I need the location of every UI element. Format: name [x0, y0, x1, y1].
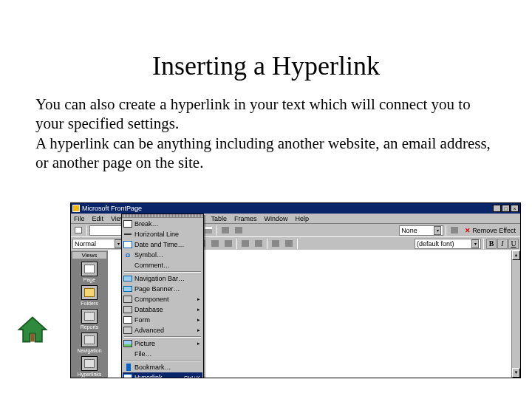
underline-button[interactable]: U: [508, 239, 519, 249]
italic-button[interactable]: I: [497, 239, 508, 249]
submenu-arrow-icon: ▸: [197, 317, 200, 323]
form-icon: [123, 316, 132, 324]
shortcut-label: Ctrl+K: [184, 375, 200, 379]
database-icon: [123, 305, 132, 314]
sidebar-item-label: Reports: [81, 324, 99, 330]
bookmark-icon: [123, 363, 132, 372]
minimize-button[interactable]: _: [493, 205, 501, 212]
picture-icon: [123, 339, 132, 348]
tool-button[interactable]: [209, 238, 221, 249]
style-combo[interactable]: Normal ▾: [72, 239, 124, 249]
menu-file[interactable]: File: [72, 215, 86, 222]
menu-item-component[interactable]: Component▸: [123, 294, 202, 304]
insert-menu-popup: Break… Horizontal Line Date and Time… ΩS…: [121, 214, 204, 378]
close-button[interactable]: ×: [511, 205, 519, 212]
svg-rect-1: [30, 334, 35, 342]
tool-button[interactable]: [283, 238, 295, 249]
menu-help[interactable]: Help: [293, 215, 310, 222]
menu-separator: [124, 336, 201, 338]
vertical-scrollbar[interactable]: [511, 250, 520, 378]
tool-button[interactable]: [239, 238, 251, 249]
chevron-down-icon[interactable]: ▾: [434, 226, 441, 235]
tool-button[interactable]: [253, 238, 265, 249]
sidebar-item-label: Page: [83, 277, 95, 282]
component-icon: [123, 295, 132, 304]
sidebar-item-label: Folders: [81, 301, 98, 306]
titlebar: Microsoft FrontPage _ □ ×: [71, 203, 520, 214]
maximize-button[interactable]: □: [502, 205, 510, 212]
folder-icon: [81, 285, 98, 300]
page-icon: [81, 262, 98, 276]
menu-item-database[interactable]: Database▸: [123, 304, 202, 315]
new-page-button[interactable]: [72, 225, 84, 236]
bold-button[interactable]: B: [486, 239, 497, 249]
sidebar-item-hyperlinks[interactable]: Hyperlinks: [75, 356, 104, 377]
slide-title: Inserting a Hyperlink: [0, 50, 532, 81]
menu-item-form[interactable]: Form▸: [123, 315, 202, 325]
chevron-down-icon[interactable]: ▾: [471, 239, 479, 248]
menu-item-file[interactable]: File…: [123, 349, 202, 359]
menu-table[interactable]: Table: [209, 215, 228, 222]
tool-button[interactable]: [219, 225, 231, 236]
tool-button[interactable]: [270, 238, 282, 249]
submenu-arrow-icon: ▸: [197, 327, 200, 333]
font-value: (default font): [417, 240, 454, 248]
app-icon: [72, 205, 80, 212]
app-title: Microsoft FrontPage: [82, 205, 142, 212]
navbar-icon: [123, 274, 132, 283]
menu-separator: [124, 271, 201, 273]
slide-para-1: You can also create a hyperlink in your …: [35, 95, 471, 132]
sidebar-item-label: Hyperlinks: [78, 372, 102, 377]
menu-frames[interactable]: Frames: [233, 215, 259, 222]
reports-icon: [81, 309, 98, 324]
menu-window[interactable]: Window: [262, 215, 289, 222]
effect-button[interactable]: [449, 225, 460, 236]
menu-item-pagebanner[interactable]: Page Banner…: [123, 284, 202, 294]
file-icon: [123, 349, 132, 358]
x-icon: ✕: [465, 227, 471, 234]
hyperlink-icon: [123, 373, 132, 378]
style-value: Normal: [75, 240, 96, 248]
font-combo[interactable]: (default font) ▾: [415, 239, 481, 249]
remove-effect-label: Remove Effect: [472, 227, 516, 234]
views-header: Views: [72, 252, 106, 259]
menu-item-comment[interactable]: Comment…: [123, 260, 202, 270]
sidebar-item-folders[interactable]: Folders: [75, 285, 104, 306]
sidebar-item-reports[interactable]: Reports: [75, 309, 104, 330]
effect-combo[interactable]: None ▾: [399, 225, 443, 236]
menu-item-bookmark[interactable]: Bookmark…: [123, 362, 202, 372]
effect-value: None: [401, 227, 417, 234]
date-icon: [123, 240, 132, 249]
banner-icon: [123, 284, 132, 293]
sidebar-item-page[interactable]: Page: [75, 262, 104, 282]
views-bar: Views Page Folders Reports Navigation Hy…: [71, 250, 108, 378]
comment-icon: [123, 261, 132, 270]
advanced-icon: [123, 326, 132, 335]
menu-item-symbol[interactable]: ΩSymbol…: [123, 250, 202, 260]
menu-item-picture[interactable]: Picture▸: [123, 338, 202, 349]
hyperlinks-icon: [81, 356, 98, 371]
hr-icon: [123, 230, 132, 239]
menu-item-navbar[interactable]: Navigation Bar…: [123, 273, 202, 284]
symbol-icon: Ω: [123, 250, 132, 259]
navigation-icon: [81, 332, 98, 347]
home-icon[interactable]: [16, 313, 49, 346]
slide-body: You can also create a hyperlink in your …: [35, 95, 497, 172]
menu-item-advanced[interactable]: Advanced▸: [123, 325, 202, 335]
menu-item-date[interactable]: Date and Time…: [123, 239, 202, 250]
menu-item-hyperlink[interactable]: Hyperlink…Ctrl+K: [123, 372, 202, 378]
frontpage-window: Microsoft FrontPage _ □ × File Edit View…: [70, 202, 521, 378]
menu-item-hr[interactable]: Horizontal Line: [123, 229, 202, 239]
menu-grip[interactable]: [122, 214, 203, 218]
remove-effect-button[interactable]: ✕ Remove Effect: [462, 227, 519, 234]
tool-button[interactable]: [233, 225, 245, 236]
slide-para-2: A hyperlink can be anything including an…: [35, 134, 491, 171]
menu-item-break[interactable]: Break…: [123, 219, 202, 229]
tool-button[interactable]: [222, 238, 234, 249]
menu-edit[interactable]: Edit: [91, 215, 106, 222]
submenu-arrow-icon: ▸: [197, 307, 200, 313]
submenu-arrow-icon: ▸: [197, 341, 200, 347]
menu-separator: [124, 360, 201, 361]
print-button[interactable]: [202, 225, 214, 236]
sidebar-item-navigation[interactable]: Navigation: [75, 332, 104, 353]
